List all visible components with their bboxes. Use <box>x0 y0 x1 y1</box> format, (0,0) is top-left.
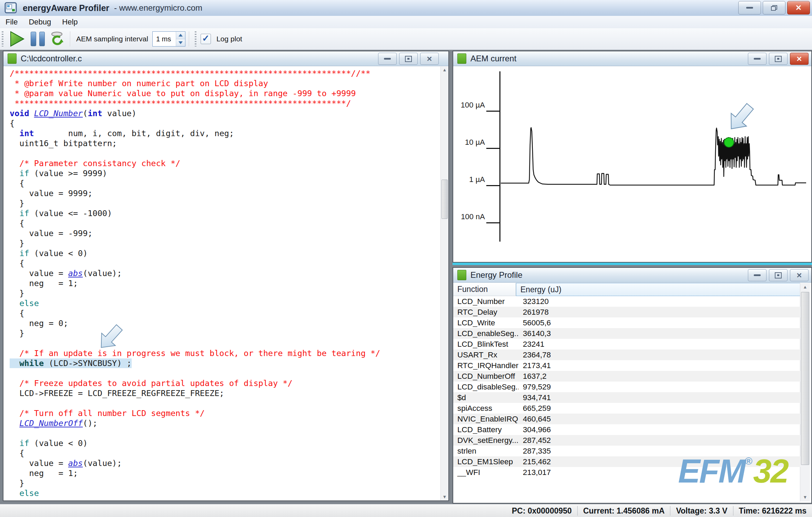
code-maximize-button[interactable] <box>399 53 418 65</box>
chevron-down-icon <box>179 41 183 44</box>
energy-minimize-button[interactable] <box>748 269 767 281</box>
code-line <box>10 149 440 159</box>
function-cell: strlen <box>453 447 519 456</box>
status-voltage: Voltage: 3.3 V <box>670 506 733 516</box>
function-cell: NVIC_EnableIRQ <box>453 415 519 424</box>
function-cell: LCD_disableSeg... <box>453 383 519 392</box>
code-line: /* Turn off all number LCD segments */ <box>10 408 440 418</box>
minimize-icon <box>754 274 761 276</box>
table-row[interactable]: DVK_setEnergy...287,452 <box>453 435 800 446</box>
code-close-button[interactable]: ✕ <box>420 53 439 65</box>
sampling-interval-stepper[interactable]: 1 ms <box>152 31 185 47</box>
menu-debug[interactable]: Debug <box>23 16 57 28</box>
aem-maximize-button[interactable] <box>769 53 788 65</box>
app-title: energyAware Profiler <box>23 3 109 13</box>
aem-chart[interactable]: 100 µA10 µA1 µA100 nA ◄ ► <box>453 67 810 247</box>
checkmark-icon: ✓ <box>202 34 210 43</box>
code-line: { <box>10 179 440 189</box>
code-line: value = abs(value); <box>10 458 440 468</box>
function-cell: LCD_EM1Sleep <box>453 457 519 466</box>
code-editor[interactable]: /***************************************… <box>3 67 448 500</box>
function-cell: __WFI <box>453 468 519 477</box>
energy-maximize-button[interactable] <box>769 269 788 281</box>
table-row[interactable]: LCD_Write56005,6 <box>453 317 800 328</box>
minimize-button[interactable] <box>738 1 761 14</box>
pause-icon <box>31 32 45 46</box>
code-line: /* Freeze updates to avoid partial updat… <box>10 378 440 388</box>
code-line: neg = 1; <box>10 278 440 288</box>
code-line: if (value <= -1000) <box>10 209 440 219</box>
table-row[interactable]: RTC_Delay261978 <box>453 307 800 317</box>
column-header-energy[interactable]: Energy (uJ) <box>516 283 800 296</box>
code-line: if (value < 0) <box>10 438 440 448</box>
energy-table: Function Energy (uJ) LCD_Number323120RTC… <box>453 283 810 501</box>
code-line: value = abs(value); <box>10 268 440 278</box>
table-row[interactable]: $d934,741 <box>453 392 800 403</box>
maximize-icon <box>775 56 782 62</box>
efm32-logo: EFM®32 <box>678 455 788 488</box>
code-line: value = -999; <box>10 229 440 239</box>
start-button[interactable] <box>8 30 26 48</box>
code-line: { <box>10 448 440 458</box>
function-cell: LCD_NumberOff <box>453 372 519 381</box>
table-row[interactable]: USART_Rx2364,78 <box>453 349 800 360</box>
scroll-down-icon[interactable]: ▼ <box>800 494 810 501</box>
code-line: } <box>10 199 440 209</box>
menu-bar: File Debug Help <box>0 16 812 29</box>
scroll-down-icon[interactable]: ▼ <box>441 494 448 500</box>
function-cell: LCD_BlinkTest <box>453 340 519 349</box>
code-window-title-bar[interactable]: C:\lcdcontroller.c ✕ <box>3 51 448 66</box>
code-line: /* Parameter consistancy check */ <box>10 159 440 169</box>
callout-arrow-icon <box>723 100 759 135</box>
aem-close-button[interactable]: ✕ <box>790 53 809 65</box>
energy-close-button[interactable]: ✕ <box>790 269 809 281</box>
energy-window-title-bar[interactable]: Energy Profile ✕ <box>453 268 811 283</box>
energy-scrollbar[interactable]: ▲ ▼ <box>800 283 810 501</box>
code-window: C:\lcdcontroller.c ✕ /******************… <box>3 51 449 501</box>
status-pc: PC: 0x00000950 <box>506 506 577 516</box>
restore-button[interactable] <box>763 1 785 14</box>
energy-cell: 460,645 <box>519 415 551 424</box>
sampling-interval-value[interactable]: 1 ms <box>153 32 176 46</box>
code-scrollbar-thumb[interactable] <box>441 180 448 219</box>
column-header-function[interactable]: Function <box>453 283 516 296</box>
code-line: * @brief Write number on numeric part on… <box>10 79 440 89</box>
aem-current-plot <box>453 67 810 247</box>
function-cell: RTC_Delay <box>453 308 519 317</box>
log-plot-checkbox[interactable]: ✓ <box>201 34 211 44</box>
restore-icon <box>771 5 777 11</box>
close-icon: ✕ <box>796 55 802 62</box>
table-row[interactable]: LCD_enableSeg...36140,3 <box>453 328 800 339</box>
code-line: if (value < 0) <box>10 249 440 258</box>
table-row[interactable]: NVIC_EnableIRQ460,645 <box>453 414 800 424</box>
menu-file[interactable]: File <box>0 16 23 28</box>
table-row[interactable]: LCD_BlinkTest23241 <box>453 339 800 349</box>
reset-button[interactable] <box>50 31 64 47</box>
scroll-up-icon[interactable]: ▲ <box>441 67 448 73</box>
menu-help[interactable]: Help <box>57 16 83 28</box>
code-line: else <box>10 298 440 308</box>
stepper-down-button[interactable] <box>176 39 185 47</box>
code-scrollbar[interactable]: ▲ ▼ <box>440 67 448 500</box>
code-area[interactable]: /***************************************… <box>10 69 440 500</box>
aem-minimize-button[interactable] <box>748 53 767 65</box>
stepper-up-button[interactable] <box>176 32 185 39</box>
minimize-icon <box>754 58 761 60</box>
table-row[interactable]: RTC_IRQHandler2173,41 <box>453 360 800 371</box>
code-minimize-button[interactable] <box>378 53 397 65</box>
aem-window-title-bar[interactable]: AEM current ✕ <box>453 51 811 66</box>
table-row[interactable]: LCD_disableSeg...979,529 <box>453 382 800 392</box>
code-line: /* If an update is in progress we must b… <box>10 348 440 358</box>
scroll-up-icon[interactable]: ▲ <box>800 284 810 291</box>
pause-button[interactable] <box>31 32 45 46</box>
app-icon <box>4 2 17 14</box>
table-row[interactable]: spiAccess665,259 <box>453 403 800 414</box>
energy-scrollbar-thumb[interactable] <box>801 292 809 465</box>
close-button[interactable]: ✕ <box>787 1 810 14</box>
table-row[interactable]: LCD_NumberOff1637,2 <box>453 371 800 382</box>
code-line: } <box>10 239 440 249</box>
table-row[interactable]: LCD_Battery304,966 <box>453 424 800 435</box>
title-bar[interactable]: energyAware Profiler - www.energymicro.c… <box>0 0 812 16</box>
table-row[interactable]: LCD_Number323120 <box>453 296 800 307</box>
aem-window-title: AEM current <box>470 54 516 63</box>
